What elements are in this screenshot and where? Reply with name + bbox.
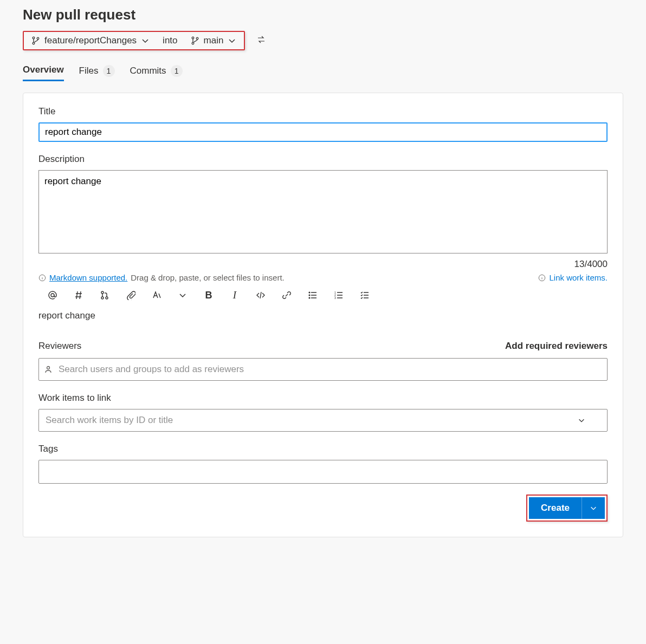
description-label: Description <box>38 154 608 165</box>
italic-button[interactable]: I <box>229 290 240 301</box>
info-icon <box>538 274 546 282</box>
tab-label: Commits <box>130 66 166 76</box>
target-branch-name: main <box>204 35 224 46</box>
target-branch-dropdown[interactable]: main <box>191 35 237 46</box>
swap-icon <box>257 35 266 44</box>
commits-count-badge: 1 <box>171 65 183 77</box>
paperclip-icon <box>126 290 135 300</box>
tags-input[interactable] <box>38 460 608 484</box>
svg-point-10 <box>101 297 104 299</box>
at-icon <box>48 290 57 300</box>
chevron-down-icon <box>228 36 236 45</box>
svg-point-9 <box>101 291 104 294</box>
tabs: Overview Files 1 Commits 1 <box>23 60 623 82</box>
tab-label: Overview <box>23 64 64 75</box>
branch-selector-row: feature/reportChanges into main <box>23 31 623 50</box>
text-style-icon <box>152 290 162 300</box>
create-button[interactable]: Create <box>529 497 582 519</box>
char-counter: 13/4000 <box>574 259 608 270</box>
create-dropdown-button[interactable] <box>582 497 605 519</box>
page-title: New pull request <box>23 6 623 23</box>
svg-point-13 <box>309 295 310 296</box>
add-required-reviewers-link[interactable]: Add required reviewers <box>505 341 608 352</box>
hash-button[interactable] <box>73 290 84 301</box>
branch-icon <box>31 36 40 45</box>
title-label: Title <box>38 106 608 117</box>
pull-request-icon <box>100 290 109 300</box>
tab-files[interactable]: Files 1 <box>79 60 115 81</box>
svg-text:3: 3 <box>334 296 336 300</box>
workitems-dropdown[interactable]: Search work items by ID or title <box>38 409 608 432</box>
tags-label: Tags <box>38 444 608 454</box>
svg-point-11 <box>106 297 108 299</box>
pr-button[interactable] <box>99 290 110 301</box>
text-style-button[interactable] <box>151 290 162 301</box>
source-branch-dropdown[interactable]: feature/reportChanges <box>31 35 150 46</box>
description-textarea[interactable] <box>38 170 608 253</box>
chevron-down-icon <box>141 36 150 45</box>
upload-hint: Drag & drop, paste, or select files to i… <box>131 273 284 282</box>
svg-point-3 <box>192 37 194 39</box>
svg-point-18 <box>47 367 50 369</box>
branch-selector-highlight: feature/reportChanges into main <box>23 31 245 50</box>
swap-branches-button[interactable] <box>255 33 268 48</box>
link-button[interactable] <box>281 290 292 301</box>
tab-overview[interactable]: Overview <box>23 60 64 81</box>
chevron-button[interactable] <box>177 290 188 301</box>
svg-point-4 <box>192 42 194 44</box>
title-input[interactable] <box>38 122 608 142</box>
form-card: Title Description 13/4000 Markdown suppo… <box>23 93 623 537</box>
svg-point-0 <box>33 37 35 39</box>
svg-point-12 <box>309 292 310 293</box>
numbered-list-icon: 123 <box>334 290 344 300</box>
chevron-down-icon <box>590 504 597 512</box>
reviewers-input[interactable] <box>38 358 608 381</box>
mention-button[interactable] <box>47 290 58 301</box>
checklist-button[interactable] <box>359 290 370 301</box>
info-icon <box>38 274 46 282</box>
source-branch-name: feature/reportChanges <box>44 35 137 46</box>
numbered-list-button[interactable]: 123 <box>333 290 344 301</box>
link-icon <box>282 290 292 300</box>
workitems-placeholder: Search work items by ID or title <box>46 415 173 426</box>
workitems-label: Work items to link <box>38 393 608 404</box>
create-button-highlight: Create <box>526 495 608 522</box>
chevron-down-icon <box>178 290 188 300</box>
chevron-down-icon <box>578 417 585 424</box>
markdown-supported-link[interactable]: Markdown supported. <box>49 273 127 282</box>
svg-point-1 <box>33 42 35 44</box>
code-icon <box>256 290 266 300</box>
person-icon <box>44 365 53 374</box>
code-button[interactable] <box>255 290 266 301</box>
editor-toolbar: B I 123 <box>38 290 608 301</box>
link-work-text: Link work items. <box>549 273 608 282</box>
bullet-list-icon <box>308 290 318 300</box>
reviewers-label: Reviewers <box>38 341 81 352</box>
checklist-icon <box>360 290 370 300</box>
description-preview: report change <box>38 310 608 321</box>
tab-label: Files <box>79 66 99 76</box>
attach-button[interactable] <box>125 290 136 301</box>
hash-icon <box>74 290 83 300</box>
link-work-items-link[interactable]: Link work items. <box>538 273 608 282</box>
svg-point-14 <box>309 297 310 298</box>
svg-point-8 <box>51 294 54 297</box>
bold-button[interactable]: B <box>203 290 214 301</box>
svg-point-5 <box>196 37 198 40</box>
svg-point-2 <box>37 37 39 40</box>
bullet-list-button[interactable] <box>307 290 318 301</box>
into-label: into <box>163 35 177 46</box>
branch-icon <box>191 36 199 45</box>
tab-commits[interactable]: Commits 1 <box>130 60 183 81</box>
files-count-badge: 1 <box>103 65 115 77</box>
